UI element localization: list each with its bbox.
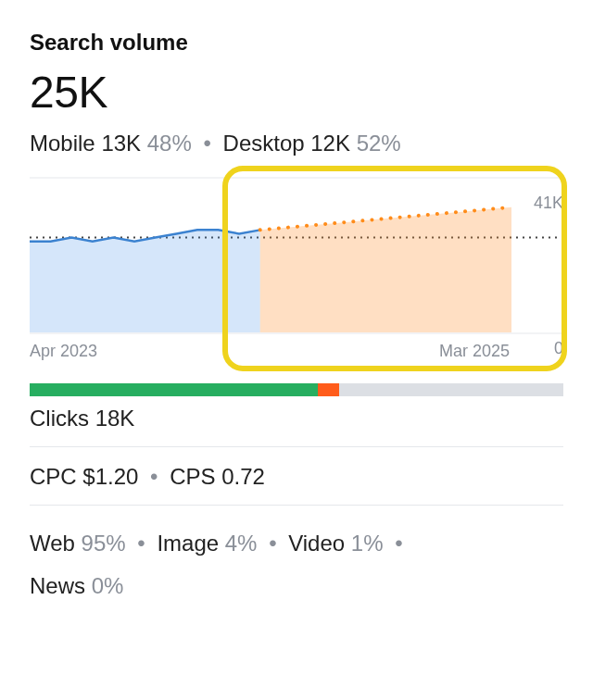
separator-dot-icon: • [145,464,163,489]
separator-dot-icon: • [197,131,216,156]
cpc-row: CPC $1.20 • CPS 0.72 [30,446,563,505]
trend-chart: 41K 0 Apr 2023 Mar 2025 [30,177,563,361]
cpc-value: $1.20 [82,464,138,489]
clicks-value: 18K [95,406,135,431]
web-pct: 95% [82,531,126,556]
desktop-pct: 52% [357,131,401,156]
image-label: Image [157,531,219,556]
x-label-end: Mar 2025 [439,342,510,361]
desktop-label: Desktop [223,131,305,156]
bar-green [30,383,318,396]
y-tick-top: 41K [534,194,563,213]
card-title: Search volume [30,30,563,56]
y-tick-bottom: 0 [554,339,563,358]
cps-label: CPS [170,464,215,489]
bar-grey [339,383,563,396]
desktop-value: 12K [310,131,350,156]
separator-dot-icon: • [132,531,150,556]
channels-row: Web 95% • Image 4% • Video 1% • News 0% [30,505,563,621]
mobile-label: Mobile [30,131,95,156]
separator-dot-icon: • [263,531,282,556]
clicks-row: Clicks 18K [30,396,563,446]
mobile-pct: 48% [147,131,192,156]
clicks-label: Clicks [30,406,89,431]
volume-value: 25K [30,67,563,118]
mobile-value: 13K [101,131,141,156]
separator-dot-icon: • [389,531,408,556]
device-breakdown: Mobile 13K 48% • Desktop 12K 52% [30,131,563,156]
web-label: Web [30,531,75,556]
cpc-label: CPC [30,464,77,489]
distribution-bar [30,383,563,396]
cps-value: 0.72 [221,464,265,489]
video-label: Video [288,531,345,556]
news-label: News [30,573,85,598]
bar-orange [318,383,339,396]
news-pct: 0% [92,573,124,598]
image-pct: 4% [225,531,258,556]
video-pct: 1% [351,531,384,556]
search-volume-card: Search volume 25K Mobile 13K 48% • Deskt… [0,0,593,647]
x-label-start: Apr 2023 [30,342,97,361]
